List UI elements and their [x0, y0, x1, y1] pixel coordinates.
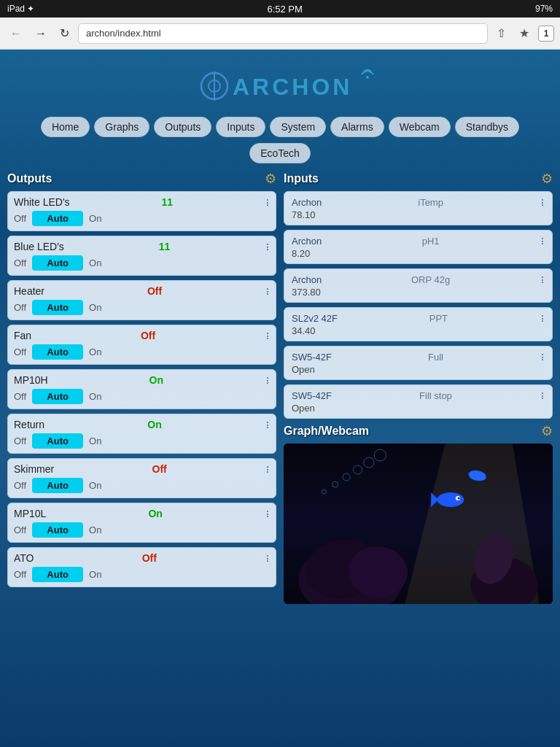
waveform-icon[interactable]: ⫶	[540, 312, 545, 324]
ctrl-on[interactable]: On	[89, 213, 101, 224]
ctrl-off[interactable]: Off	[14, 569, 26, 580]
reload-button[interactable]: ↻	[55, 23, 74, 43]
output-card-return: Return On ⫶ Off Auto On	[7, 414, 276, 454]
waveform-icon[interactable]: ⫶	[265, 419, 270, 430]
nav-ecotech[interactable]: EcoTech	[249, 143, 311, 163]
graph-header: Graph/Webcam ⚙	[284, 423, 553, 439]
share-button[interactable]: ⇧	[492, 23, 510, 43]
forward-button[interactable]: →	[31, 24, 51, 43]
ctrl-off[interactable]: Off	[14, 525, 26, 535]
ctrl-auto[interactable]: Auto	[32, 389, 83, 404]
ctrl-on[interactable]: On	[89, 480, 101, 491]
waveform-icon[interactable]: ⫶	[540, 235, 545, 247]
ctrl-auto[interactable]: Auto	[32, 211, 83, 226]
outputs-gear-icon[interactable]: ⚙	[265, 171, 276, 187]
input-value: 34.40	[292, 324, 545, 336]
output-name: Blue LED's	[14, 241, 64, 252]
nav-graphs[interactable]: Graphs	[94, 117, 149, 137]
waveform-icon[interactable]: ⫶	[540, 274, 545, 285]
address-bar[interactable]	[78, 23, 488, 44]
graph-gear-icon[interactable]: ⚙	[541, 423, 553, 439]
ctrl-off[interactable]: Off	[14, 302, 26, 313]
logo-area: ARCHON	[7, 57, 553, 117]
ctrl-auto[interactable]: Auto	[32, 300, 83, 315]
ctrl-on[interactable]: On	[89, 436, 101, 446]
ctrl-auto[interactable]: Auto	[32, 433, 83, 449]
ctrl-off[interactable]: Off	[14, 258, 26, 268]
nav-inputs[interactable]: Inputs	[216, 117, 265, 137]
ctrl-off[interactable]: Off	[14, 347, 26, 357]
input-source: SW5-42F	[292, 352, 332, 363]
ctrl-on[interactable]: On	[89, 258, 101, 268]
status-bar: iPad ✦ 6:52 PM 97%	[0, 0, 560, 18]
ctrl-off[interactable]: Off	[14, 480, 26, 491]
waveform-icon[interactable]: ⫶	[540, 390, 545, 401]
input-value: Open	[292, 401, 545, 414]
input-card-ph1: Archon pH1 ⫶ 8.20	[284, 230, 553, 264]
waveform-icon[interactable]: ⫶	[265, 330, 270, 341]
ctrl-auto[interactable]: Auto	[32, 255, 83, 271]
nav-standbys[interactable]: Standbys	[455, 117, 519, 137]
output-name: ATO	[14, 552, 34, 564]
waveform-icon[interactable]: ⫶	[540, 196, 545, 208]
graph-webcam-panel: Graph/Webcam ⚙	[284, 423, 553, 604]
inputs-title: Inputs	[284, 172, 319, 185]
ctrl-on[interactable]: On	[89, 302, 101, 313]
ctrl-off[interactable]: Off	[14, 391, 26, 402]
output-status: 11	[162, 196, 174, 208]
waveform-icon[interactable]: ⫶	[265, 196, 270, 208]
ctrl-on[interactable]: On	[89, 391, 101, 402]
output-name: MP10H	[14, 374, 48, 386]
input-value: 373.80	[292, 285, 545, 298]
outputs-header: Outputs ⚙	[7, 171, 276, 187]
waveform-icon[interactable]: ⫶	[540, 351, 545, 363]
output-name: Return	[14, 419, 44, 430]
inputs-panel: Inputs ⚙ Archon iTemp ⫶ 78.10 Archon pH1…	[284, 171, 553, 604]
webcam-image	[284, 444, 553, 604]
ctrl-auto[interactable]: Auto	[32, 567, 83, 582]
output-status: Off	[142, 552, 157, 564]
input-source: Archon	[292, 236, 322, 247]
back-button[interactable]: ←	[6, 24, 26, 43]
main-content: ARCHON Home Graphs Outputs Inputs System…	[0, 50, 560, 611]
input-card-ppt: SL2v2 42F PPT ⫶ 34.40	[284, 307, 553, 341]
webcam-canvas	[284, 444, 553, 604]
bookmark-button[interactable]: ★	[515, 23, 534, 43]
logo-svg: ARCHON	[178, 64, 382, 108]
input-source: Archon	[292, 274, 322, 285]
ctrl-on[interactable]: On	[89, 525, 101, 535]
output-card-skimmer: Skimmer Off ⫶ Off Auto On	[7, 458, 276, 498]
ctrl-off[interactable]: Off	[14, 436, 26, 446]
nav-home[interactable]: Home	[41, 117, 90, 137]
svg-point-4	[366, 76, 369, 79]
input-name: Fill stop	[419, 390, 452, 401]
nav-eco-row: EcoTech	[7, 143, 553, 163]
waveform-icon[interactable]: ⫶	[265, 463, 270, 475]
input-card-full: SW5-42F Full ⫶ Open	[284, 346, 553, 380]
waveform-icon[interactable]: ⫶	[265, 285, 270, 297]
nav-system[interactable]: System	[270, 117, 326, 137]
output-status: Off	[147, 285, 162, 297]
ctrl-auto[interactable]: Auto	[32, 478, 83, 493]
waveform-icon[interactable]: ⫶	[265, 374, 270, 386]
input-source: SW5-42F	[292, 390, 332, 401]
tab-count[interactable]: 1	[538, 26, 554, 42]
nav-alarms[interactable]: Alarms	[330, 117, 384, 137]
ctrl-auto[interactable]: Auto	[32, 522, 83, 538]
nav-webcam[interactable]: Webcam	[389, 117, 451, 137]
nav-outputs[interactable]: Outputs	[154, 117, 211, 137]
status-time: 6:52 PM	[267, 4, 302, 15]
status-left: iPad ✦	[7, 4, 34, 14]
input-name: Full	[428, 352, 443, 363]
ctrl-off[interactable]: Off	[14, 213, 26, 224]
inputs-gear-icon[interactable]: ⚙	[541, 171, 553, 187]
ctrl-on[interactable]: On	[89, 569, 101, 580]
ctrl-auto[interactable]: Auto	[32, 344, 83, 360]
panels-row: Outputs ⚙ White LED's 11 ⫶ Off Auto On B	[7, 171, 553, 604]
output-card-mp10h: MP10H On ⫶ Off Auto On	[7, 369, 276, 409]
waveform-icon[interactable]: ⫶	[265, 552, 270, 564]
waveform-icon[interactable]: ⫶	[265, 508, 270, 519]
ctrl-on[interactable]: On	[89, 347, 101, 357]
input-card-itemp: Archon iTemp ⫶ 78.10	[284, 191, 553, 225]
waveform-icon[interactable]: ⫶	[265, 241, 270, 252]
